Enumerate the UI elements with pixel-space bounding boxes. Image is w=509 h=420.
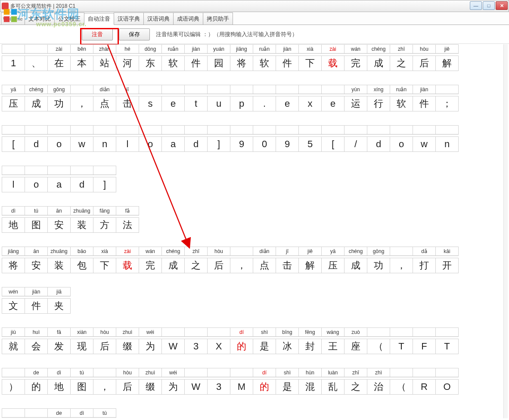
save-button[interactable]: 保存 [119, 28, 150, 40]
tab-文本对比[interactable]: 文本对比 [25, 12, 55, 25]
pinyin-cell[interactable]: jiě [436, 45, 458, 53]
vertical-scrollbar[interactable] [503, 44, 508, 418]
pinyin-cell[interactable] [208, 368, 230, 377]
pinyin-cell[interactable] [436, 328, 458, 337]
pinyin-cell[interactable]: luàn [322, 368, 344, 377]
hanzi-cell[interactable]: o [390, 137, 413, 151]
pinyin-cell[interactable]: hòu [208, 247, 230, 256]
pinyin-cell[interactable] [276, 126, 298, 134]
hanzi-cell[interactable]: l [116, 137, 139, 151]
hanzi-cell[interactable]: x [299, 96, 321, 111]
hanzi-cell[interactable]: 下 [299, 56, 321, 71]
pinyin-grid[interactable]: zàiběnzhànhédōngruǎnjiànyuánjiāngruǎnjià… [2, 44, 503, 418]
hanzi-cell[interactable]: 装 [48, 258, 70, 273]
hanzi-cell[interactable]: 解 [299, 258, 321, 273]
tab-拷贝助手[interactable]: 拷贝助手 [203, 12, 233, 25]
pinyin-cell[interactable] [413, 328, 435, 337]
pinyin-cell[interactable] [2, 45, 25, 53]
pinyin-cell[interactable] [93, 166, 116, 175]
pinyin-cell[interactable] [436, 126, 458, 134]
tab-成语词典[interactable]: 成语词典 [173, 12, 203, 25]
hanzi-cell[interactable]: 点 [253, 258, 276, 273]
pinyin-cell[interactable]: bīng [276, 328, 298, 337]
pinyin-cell[interactable] [390, 126, 413, 134]
hanzi-cell[interactable]: ； [436, 96, 458, 111]
pinyin-cell[interactable] [436, 368, 458, 377]
pinyin-cell[interactable]: jiāng [230, 45, 253, 53]
hanzi-cell[interactable]: 3 [185, 339, 207, 354]
pinyin-cell[interactable] [208, 85, 230, 94]
hanzi-cell[interactable]: 乱 [322, 380, 344, 394]
pinyin-cell[interactable]: de [48, 409, 70, 417]
pinyin-cell[interactable] [139, 126, 161, 134]
pinyin-cell[interactable]: xíng [367, 85, 390, 94]
pinyin-cell[interactable]: dí [253, 368, 276, 377]
pinyin-cell[interactable] [93, 126, 116, 134]
pinyin-cell[interactable]: xià [93, 247, 116, 256]
pinyin-cell[interactable] [2, 409, 25, 417]
pinyin-cell[interactable]: zài [48, 45, 70, 53]
hanzi-cell[interactable]: 装 [71, 218, 93, 232]
pinyin-cell[interactable]: hé [116, 45, 139, 53]
pinyin-cell[interactable]: dì [2, 207, 25, 215]
pinyin-cell[interactable]: wén [2, 287, 25, 296]
pinyin-cell[interactable] [162, 328, 184, 337]
hanzi-cell[interactable]: 成 [345, 258, 367, 273]
tab-汉语词典[interactable]: 汉语词典 [143, 12, 174, 25]
pinyin-cell[interactable]: jiàn [276, 45, 298, 53]
pinyin-cell[interactable]: diǎn [253, 247, 276, 256]
pinyin-cell[interactable]: chéng [162, 247, 184, 256]
hanzi-cell[interactable]: 击 [116, 96, 139, 111]
pinyin-cell[interactable]: yùn [345, 85, 367, 94]
hanzi-cell[interactable]: R [413, 380, 435, 394]
hanzi-cell[interactable]: e [276, 96, 298, 111]
pinyin-cell[interactable]: běn [71, 45, 93, 53]
pinyin-cell[interactable] [185, 328, 207, 337]
pinyin-cell[interactable] [322, 126, 344, 134]
pinyin-cell[interactable] [230, 85, 253, 94]
pinyin-cell[interactable]: jiàn [185, 45, 207, 53]
hanzi-cell[interactable]: [ [2, 137, 25, 151]
pinyin-cell[interactable]: ruǎn [390, 85, 413, 94]
hanzi-cell[interactable]: 园 [208, 56, 230, 71]
hanzi-cell[interactable]: （ [367, 339, 390, 354]
hanzi-cell[interactable]: 件 [276, 56, 298, 71]
hanzi-cell[interactable]: o [25, 177, 47, 192]
pinyin-cell[interactable]: zhuì [116, 328, 139, 337]
hanzi-cell[interactable]: 压 [2, 96, 25, 111]
hanzi-cell[interactable]: ， [390, 258, 413, 273]
pinyin-cell[interactable]: hòu [116, 368, 139, 377]
hanzi-cell[interactable]: 的 [25, 380, 47, 394]
hanzi-cell[interactable]: 解 [436, 56, 458, 71]
pinyin-cell[interactable]: xiàn [71, 328, 93, 337]
hanzi-cell[interactable]: 将 [230, 56, 253, 71]
pinyin-cell[interactable] [230, 126, 253, 134]
hanzi-cell[interactable]: O [436, 380, 458, 394]
pinyin-cell[interactable]: chéng [25, 85, 47, 94]
hanzi-cell[interactable]: 之 [345, 380, 367, 394]
pinyin-cell[interactable] [2, 368, 25, 377]
pinyin-cell[interactable]: xià [299, 45, 321, 53]
pinyin-cell[interactable] [276, 85, 298, 94]
hanzi-cell[interactable]: l [2, 177, 25, 192]
hanzi-cell[interactable]: e [322, 96, 344, 111]
pinyin-cell[interactable]: dí [230, 328, 253, 337]
tab-汉语字典[interactable]: 汉语字典 [114, 12, 144, 25]
close-button[interactable]: ✕ [496, 1, 508, 10]
pinyin-cell[interactable]: zuò [345, 328, 367, 337]
hanzi-cell[interactable]: 地 [2, 218, 25, 232]
pinyin-cell[interactable] [390, 328, 413, 337]
pinyin-cell[interactable]: wán [345, 45, 367, 53]
hanzi-cell[interactable]: 功 [367, 258, 390, 273]
hanzi-cell[interactable]: T [436, 339, 458, 354]
hanzi-cell[interactable]: 载 [116, 258, 139, 273]
pinyin-cell[interactable]: wán [139, 247, 161, 256]
hanzi-cell[interactable]: 载 [322, 56, 344, 71]
hanzi-cell[interactable]: p [230, 96, 253, 111]
pinyin-cell[interactable]: hùn [299, 368, 321, 377]
pinyin-cell[interactable]: yuán [208, 45, 230, 53]
hanzi-cell[interactable]: 后 [413, 56, 435, 71]
hanzi-cell[interactable]: ， [230, 258, 253, 273]
pinyin-cell[interactable] [25, 45, 47, 53]
pinyin-cell[interactable]: yā [2, 85, 25, 94]
